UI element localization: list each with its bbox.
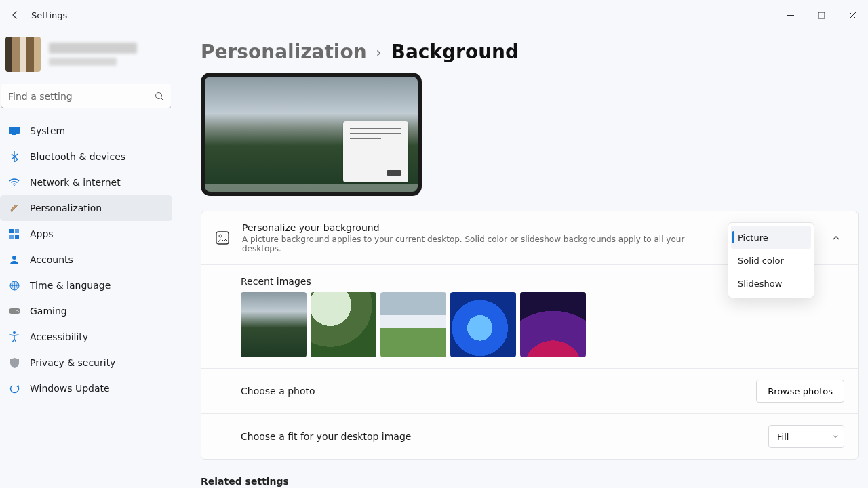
sidebar-item-accounts[interactable]: Accounts [0,247,172,272]
choose-photo-label: Choose a photo [241,386,744,396]
breadcrumb: Personalization › Background [201,41,859,63]
maximize-icon [818,12,825,19]
sidebar-item-apps[interactable]: Apps [0,221,172,247]
picture-icon [215,230,230,245]
sidebar-item-label: System [30,125,65,136]
person-icon [8,253,20,266]
personalize-body: Personalize your background A picture ba… [242,222,719,253]
svg-rect-7 [9,235,14,239]
sidebar-item-gaming[interactable]: Gaming [0,298,172,324]
page-title: Background [391,41,519,63]
browse-photos-button[interactable]: Browse photos [756,380,844,403]
user-block[interactable] [0,34,176,84]
shield-icon [8,357,20,369]
titlebar-left: Settings [4,4,67,26]
back-button[interactable] [4,4,26,26]
paintbrush-icon [8,202,20,214]
svg-rect-8 [15,235,19,239]
sidebar-item-label: Windows Update [30,383,110,394]
sidebar-item-label: Accounts [30,254,73,265]
sidebar-item-update[interactable]: Windows Update [0,375,172,401]
recent-thumb[interactable] [311,292,376,357]
svg-point-17 [219,235,222,237]
choose-photo-section: Choose a photo Browse photos [201,368,858,413]
fit-select[interactable]: Fill [768,425,844,448]
sidebar-item-label: Time & language [30,280,111,291]
sidebar-item-time[interactable]: Time & language [0,272,172,298]
chevron-up-icon [832,234,840,242]
clock-globe-icon [8,279,20,291]
fit-section: Choose a fit for your desktop image Fill [201,413,858,459]
background-card: Personalize your background A picture ba… [201,211,859,460]
svg-point-9 [12,256,16,260]
personalize-section[interactable]: Personalize your background A picture ba… [201,211,858,264]
sidebar-item-system[interactable]: System [0,118,172,144]
related-heading: Related settings [201,476,859,487]
recent-thumb[interactable] [241,292,307,357]
svg-rect-2 [9,127,20,134]
svg-point-1 [156,93,162,99]
sidebar-item-privacy[interactable]: Privacy & security [0,350,172,375]
preview-button [387,170,401,176]
sidebar-item-label: Gaming [30,306,67,317]
sidebar-item-personalization[interactable]: Personalization [0,195,172,221]
svg-point-15 [10,384,18,392]
collapse-button[interactable] [828,230,844,246]
maximize-button[interactable] [806,4,837,26]
breadcrumb-parent[interactable]: Personalization [201,41,367,63]
type-option-slideshow[interactable]: Slideshow [731,272,811,295]
titlebar: Settings [0,0,868,30]
gamepad-icon [8,305,20,317]
svg-point-4 [14,185,15,186]
fit-label: Choose a fit for your desktop image [241,431,756,442]
close-icon [849,12,856,19]
avatar [5,37,41,72]
sidebar-item-label: Bluetooth & devices [30,151,125,162]
recent-thumb[interactable] [520,292,586,357]
chevron-right-icon: › [376,44,382,60]
wifi-icon [8,176,20,188]
sidebar-item-label: Apps [30,228,54,239]
svg-rect-0 [818,12,825,18]
sidebar-item-label: Personalization [30,203,102,214]
bluetooth-icon [8,150,20,163]
search-input[interactable] [1,84,171,108]
desktop-preview [201,73,422,196]
background-type-dropdown[interactable]: Picture Picture Solid color Slideshow [732,226,810,249]
apps-icon [8,228,20,240]
arrow-left-icon [9,9,20,20]
svg-rect-11 [9,308,20,314]
recent-thumb[interactable] [380,292,446,357]
preview-taskbar [205,184,418,192]
display-icon [8,125,20,137]
sidebar-item-accessibility[interactable]: Accessibility [0,324,172,350]
window-title: Settings [31,10,67,20]
type-option-picture[interactable]: Picture [731,226,811,249]
chevron-down-icon [832,433,839,440]
fit-dropdown[interactable]: Fill [768,425,844,448]
preview-lines [350,128,401,142]
user-name [49,43,137,54]
preview-window [343,121,408,182]
sidebar-item-label: Accessibility [30,331,88,342]
sidebar-item-label: Privacy & security [30,357,115,368]
recent-thumbnails [241,292,586,357]
background-type-popup: Picture Solid color Slideshow [728,222,814,298]
sidebar-item-network[interactable]: Network & internet [0,169,172,195]
main: Personalization › Background Personalize… [176,30,868,488]
sidebar-item-label: Network & internet [30,177,121,188]
svg-rect-3 [12,134,16,135]
update-icon [8,382,20,394]
svg-rect-5 [9,229,14,233]
personalize-title: Personalize your background [242,222,719,233]
recent-thumb[interactable] [450,292,516,357]
minimize-button[interactable] [774,4,806,26]
close-button[interactable] [837,4,868,26]
search-wrap [1,84,171,108]
sidebar: System Bluetooth & devices Network & int… [0,30,176,488]
search-icon [155,92,164,101]
type-option-solid[interactable]: Solid color [731,249,811,272]
sidebar-item-bluetooth[interactable]: Bluetooth & devices [0,144,172,169]
svg-point-12 [16,310,18,311]
user-email [49,58,117,66]
